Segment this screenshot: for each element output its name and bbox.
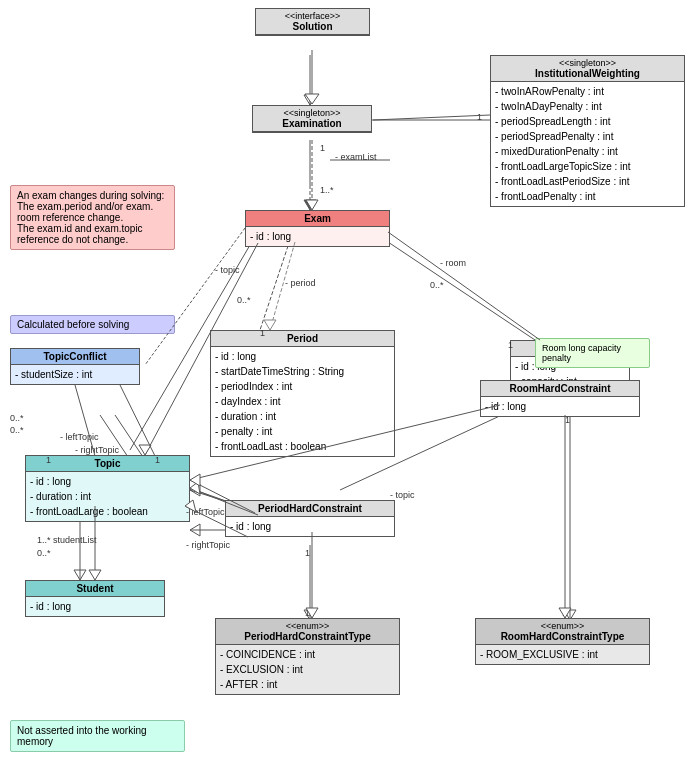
- mult-0star-tc-left: 0..*: [10, 413, 24, 423]
- mult-1-rhct: 1: [562, 608, 567, 618]
- svg-marker-4: [304, 200, 316, 210]
- mult-0star-tc-right: 0..*: [10, 425, 24, 435]
- svg-marker-17: [190, 524, 200, 536]
- student-header: Student: [26, 581, 164, 597]
- svg-line-11: [115, 415, 145, 460]
- solution-stereotype: <<interface>>: [260, 11, 365, 21]
- topic-rhc-label: - topic: [390, 490, 415, 500]
- iw-field-1: - twoInARowPenalty : int: [495, 84, 680, 99]
- iw-field-2: - twoInADayPenalty : int: [495, 99, 680, 114]
- not-asserted-note: Not asserted into the workingmemory: [10, 720, 185, 752]
- mult-1-exam: 1: [320, 143, 325, 153]
- svg-marker-15: [190, 484, 200, 496]
- phct-name: PeriodHardConstraintType: [220, 631, 395, 642]
- period-field-6: - penalty : int: [215, 424, 390, 439]
- rhc-field-1: - id : long: [485, 399, 635, 414]
- iw-field-3: - periodSpreadLength : int: [495, 114, 680, 129]
- mult-1-room: 1: [508, 340, 513, 350]
- period-label: - period: [285, 278, 316, 288]
- student-box: Student - id : long: [25, 580, 165, 617]
- svg-line-32: [388, 232, 540, 340]
- rhc-fields: - id : long: [481, 397, 639, 416]
- svg-marker-13: [74, 570, 86, 580]
- phct-box: <<enum>> PeriodHardConstraintType - COIN…: [215, 618, 400, 695]
- iw-stereotype: <<singleton>>: [495, 58, 680, 68]
- rhc-name: RoomHardConstraint: [485, 383, 635, 394]
- examination-stereotype: <<singleton>>: [257, 108, 367, 118]
- iw-field-4: - periodSpreadPenalty : int: [495, 129, 680, 144]
- topic-name: Topic: [30, 458, 185, 469]
- iw-mult-1: 1: [477, 112, 482, 122]
- topic-box: Topic - id : long - duration : int - fro…: [25, 455, 190, 522]
- rhct-box: <<enum>> RoomHardConstraintType - ROOM_E…: [475, 618, 650, 665]
- mult-1-period: 1: [260, 328, 265, 338]
- phct-field-1: - COINCIDENCE : int: [220, 647, 395, 662]
- rhct-name: RoomHardConstraintType: [480, 631, 645, 642]
- phct-stereotype: <<enum>>: [220, 621, 395, 631]
- period-field-2: - startDateTimeString : String: [215, 364, 390, 379]
- exam-field-1: - id : long: [250, 229, 385, 244]
- tc-fields: - studentSize : int: [11, 365, 139, 384]
- period-name: Period: [215, 333, 390, 344]
- solution-header: <<interface>> Solution: [256, 9, 369, 35]
- period-box: Period - id : long - startDateTimeString…: [210, 330, 395, 457]
- iw-field-5: - mixedDurationPenalty : int: [495, 144, 680, 159]
- period-hard-constraint-box: PeriodHardConstraint - id : long: [225, 500, 395, 537]
- svg-marker-34: [139, 445, 151, 455]
- period-fields: - id : long - startDateTimeString : Stri…: [211, 347, 394, 456]
- right-topic-label-tc: - rightTopic: [75, 445, 119, 455]
- iw-name: InstitutionalWeighting: [495, 68, 680, 79]
- rhct-field-1: - ROOM_EXCLUSIVE : int: [480, 647, 645, 662]
- tc-name: TopicConflict: [15, 351, 135, 362]
- period-field-3: - periodIndex : int: [215, 379, 390, 394]
- phct-fields: - COINCIDENCE : int - EXCLUSION : int - …: [216, 645, 399, 694]
- svg-marker-31: [264, 320, 276, 330]
- exam-changes-text: An exam changes during solving:The exam.…: [17, 190, 168, 245]
- rhct-stereotype: <<enum>>: [480, 621, 645, 631]
- solution-box: <<interface>> Solution: [255, 8, 370, 36]
- iw-fields: - twoInARowPenalty : int - twoInADayPena…: [491, 82, 684, 206]
- phc-header: PeriodHardConstraint: [226, 501, 394, 517]
- student-field-1: - id : long: [30, 599, 160, 614]
- rhct-header: <<enum>> RoomHardConstraintType: [476, 619, 649, 645]
- mult-1-phct: 1: [305, 608, 310, 618]
- period-field-7: - frontLoadLast : boolean: [215, 439, 390, 454]
- topic-label: - topic: [215, 265, 240, 275]
- right-topic-label-phc: - rightTopic: [186, 540, 230, 550]
- mult-1-tc-right: 1: [155, 455, 160, 465]
- period-header: Period: [211, 331, 394, 347]
- svg-marker-26: [305, 94, 319, 104]
- exam-list-label: - examList: [335, 152, 377, 162]
- phct-field-3: - AFTER : int: [220, 677, 395, 692]
- phct-field-2: - EXCLUSION : int: [220, 662, 395, 677]
- calculated-before-note: Calculated before solving: [10, 315, 175, 334]
- diagram: <<interface>> Solution <<singleton>> Exa…: [0, 0, 692, 777]
- topic-fields: - id : long - duration : int - frontLoad…: [26, 472, 189, 521]
- rhc-header: RoomHardConstraint: [481, 381, 639, 397]
- mult-1-tc-bottom: 1: [46, 455, 51, 465]
- mult-0star-room: 0..*: [430, 280, 444, 290]
- topic-field-1: - id : long: [30, 474, 185, 489]
- mult-1-phc: 1: [305, 548, 310, 558]
- room-note-text: Room long capacity penalty: [542, 343, 643, 363]
- phct-header: <<enum>> PeriodHardConstraintType: [216, 619, 399, 645]
- room-note: Room long capacity penalty: [535, 338, 650, 368]
- exam-fields: - id : long: [246, 227, 389, 246]
- period-field-1: - id : long: [215, 349, 390, 364]
- solution-name: Solution: [260, 21, 365, 32]
- phc-fields: - id : long: [226, 517, 394, 536]
- iw-field-7: - frontLoadLastPeriodSize : int: [495, 174, 680, 189]
- calculated-before-text: Calculated before solving: [17, 319, 168, 330]
- svg-line-29: [373, 115, 490, 120]
- left-topic-label-phc: - leftTopic: [186, 507, 225, 517]
- topic-field-3: - frontLoadLarge : boolean: [30, 504, 185, 519]
- student-fields: - id : long: [26, 597, 164, 616]
- exam-box: Exam - id : long: [245, 210, 390, 247]
- phc-name: PeriodHardConstraint: [230, 503, 390, 514]
- room-label: - room: [440, 258, 466, 268]
- svg-line-36: [120, 385, 155, 456]
- topic-field-2: - duration : int: [30, 489, 185, 504]
- not-asserted-text: Not asserted into the workingmemory: [17, 725, 178, 747]
- period-field-5: - duration : int: [215, 409, 390, 424]
- mult-0star-period: 0..*: [237, 295, 251, 305]
